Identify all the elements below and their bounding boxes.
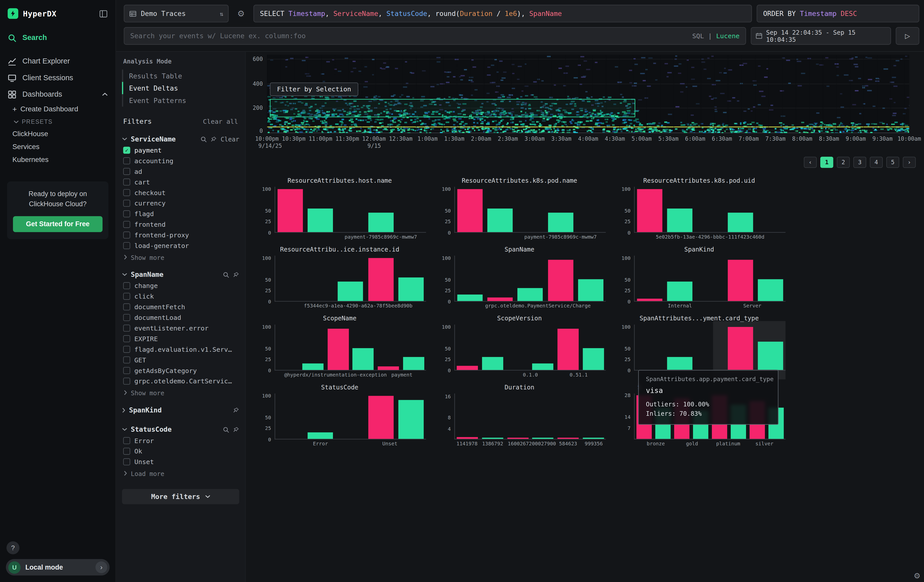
filter-checkbox-ok[interactable]: Ok (122, 446, 239, 457)
load-more-link[interactable]: Load more (122, 470, 239, 477)
bar[interactable] (728, 326, 753, 370)
bar[interactable] (277, 189, 303, 232)
checkbox[interactable] (123, 242, 130, 249)
checkbox[interactable] (123, 335, 130, 342)
bar[interactable] (368, 396, 393, 439)
analysis-mode-event-patterns[interactable]: Event Patterns (122, 94, 239, 107)
bar[interactable] (308, 432, 333, 439)
chevron-down-icon[interactable] (122, 428, 127, 431)
chart-scopeversion[interactable]: ScopeVersion100502500.1.00.51.1 (433, 315, 606, 383)
bar[interactable] (518, 288, 543, 301)
bar[interactable] (368, 213, 393, 232)
chart-scopename[interactable]: ScopeName10050250@hyperdx/instrumentatio… (254, 315, 426, 383)
get-started-button[interactable]: Get Started for Free (13, 216, 102, 232)
filter-checkbox-flagd[interactable]: flagd (122, 208, 239, 219)
checkbox[interactable] (123, 437, 130, 444)
analysis-mode-results-table[interactable]: Results Table (122, 69, 239, 82)
filter-checkbox-load-generator[interactable]: load-generator (122, 241, 239, 251)
bar[interactable] (728, 260, 753, 301)
pagination-next[interactable]: › (903, 157, 916, 168)
filter-checkbox-expire[interactable]: EXPIRE (122, 333, 239, 344)
sidebar-item-dashboards[interactable]: Dashboards (0, 86, 116, 102)
sidebar-item-search[interactable]: Search (0, 30, 116, 46)
chevron-down-icon[interactable] (122, 273, 127, 276)
pin-icon[interactable] (233, 407, 239, 413)
filter-checkbox-documentload[interactable]: documentLoad (122, 312, 239, 323)
pagination-page-3[interactable]: 3 (853, 157, 866, 168)
checkbox[interactable] (123, 325, 130, 332)
checkbox[interactable] (123, 221, 130, 228)
preset-kubernetes[interactable]: Kubernetes (0, 153, 116, 166)
search-icon[interactable] (223, 426, 229, 433)
chart-duration[interactable]: Duration16841141978138679216002672000279… (433, 383, 606, 452)
bar[interactable] (457, 366, 478, 370)
chart-statuscode[interactable]: StatusCode10050250ErrorUnset (254, 383, 426, 452)
sql-select-input[interactable]: SELECT Timestamp, ServiceName, StatusCod… (254, 5, 752, 23)
more-filters-button[interactable]: More filters (122, 489, 239, 505)
bar[interactable] (583, 438, 604, 439)
search-icon[interactable] (201, 136, 207, 142)
sql-toggle[interactable]: SQL (692, 32, 704, 40)
checkbox[interactable] (123, 210, 130, 218)
show-more-link[interactable]: Show more (122, 254, 239, 261)
run-query-button[interactable]: ▷ (896, 27, 919, 45)
filter-checkbox-eventlistener-error[interactable]: eventListener.error (122, 323, 239, 333)
preset-services[interactable]: Services (0, 140, 116, 153)
bar[interactable] (302, 363, 323, 370)
time-range-picker[interactable]: Sep 14 22:04:35 - Sep 15 10:04:35 (751, 27, 891, 45)
help-button[interactable]: ? (7, 541, 20, 554)
search-icon[interactable] (223, 271, 229, 278)
filter-checkbox-flagd-evaluation-v1-serv[interactable]: flagd.evaluation.v1.Serv… (122, 344, 239, 354)
bar[interactable] (403, 357, 424, 370)
checkbox[interactable]: ✓ (123, 147, 130, 154)
checkbox[interactable] (123, 157, 130, 165)
checkbox[interactable] (123, 293, 130, 300)
bar[interactable] (532, 438, 553, 439)
checkbox[interactable] (123, 346, 130, 353)
bar[interactable] (558, 437, 579, 439)
bar[interactable] (637, 189, 662, 232)
checkbox[interactable] (123, 458, 130, 465)
bar[interactable] (378, 366, 399, 370)
filter-checkbox-unset[interactable]: Unset (122, 457, 239, 467)
filter-checkbox-ad[interactable]: ad (122, 166, 239, 176)
checkbox[interactable] (123, 199, 130, 207)
bar[interactable] (457, 189, 483, 232)
bar[interactable] (488, 298, 513, 301)
bar[interactable] (758, 279, 783, 301)
chart-resourceattributes-k8s-pod-name[interactable]: ResourceAttributes.k8s.pod.name10050250p… (433, 176, 606, 246)
bar[interactable] (398, 277, 424, 301)
pin-icon[interactable] (233, 426, 239, 433)
bar[interactable] (457, 295, 483, 301)
filter-checkbox-accounting[interactable]: accounting (122, 156, 239, 166)
filter-checkbox-cart[interactable]: cart (122, 176, 239, 187)
checkbox[interactable] (123, 189, 130, 196)
chevron-down-icon[interactable] (122, 137, 127, 141)
bar[interactable] (583, 348, 604, 370)
checkbox[interactable] (123, 282, 130, 289)
show-more-link[interactable]: Show more (122, 389, 239, 397)
sidebar-item-client-sessions[interactable]: Client Sessions (0, 69, 116, 86)
chart-spanname[interactable]: SpanName10050250grpc.oteldemo.PaymentSer… (433, 246, 606, 315)
checkbox[interactable] (123, 314, 130, 321)
chart-resourceattribu-ice-instance-id[interactable]: ResourceAttribu..ice.instance.id10050250… (254, 246, 426, 315)
source-select[interactable]: Demo Traces ⇅ (124, 5, 229, 23)
bar[interactable] (482, 357, 503, 370)
chart-spankind[interactable]: SpanKind10050250InternalServer (613, 246, 785, 315)
bar[interactable] (457, 437, 478, 439)
filter-checkbox-grpc-oteldemo-cartservic[interactable]: grpc.oteldemo.CartServic… (122, 376, 239, 386)
clear-filter-link[interactable]: Clear (221, 135, 239, 142)
bar[interactable] (368, 258, 393, 301)
checkbox[interactable] (123, 356, 130, 363)
bar[interactable] (637, 299, 662, 301)
pin-icon[interactable] (233, 271, 239, 278)
bar[interactable] (667, 357, 693, 370)
clear-all-link[interactable]: Clear all (203, 117, 238, 125)
checkbox[interactable] (123, 367, 130, 374)
pagination-page-4[interactable]: 4 (870, 157, 883, 168)
bar[interactable] (728, 213, 753, 232)
bar[interactable] (308, 208, 333, 232)
bar[interactable] (758, 342, 783, 370)
pagination-page-5[interactable]: 5 (886, 157, 899, 168)
bar[interactable] (548, 260, 573, 301)
